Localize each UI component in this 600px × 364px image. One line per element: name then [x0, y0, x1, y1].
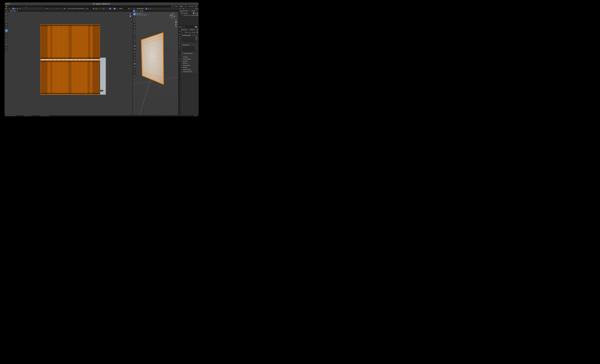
menu-file[interactable]	[8, 6, 9, 7]
viewport-canvas[interactable]: User Perspective (1) Tütchen_rissc_mappe…	[133, 12, 178, 115]
new-image-button[interactable]	[95, 8, 97, 9]
vp-menu-uv[interactable]	[159, 8, 159, 9]
select-mode-vertex[interactable]: ∙	[10, 8, 12, 9]
disable-render-icon[interactable]	[197, 15, 198, 16]
tab-texture-paint[interactable]	[27, 7, 29, 8]
display-channels-dropdown[interactable]: ▩⌄	[128, 8, 131, 9]
tweak-select-tool[interactable]: ▶	[133, 13, 136, 16]
inset-faces-tool[interactable]: ▣	[133, 44, 136, 47]
pin-icon[interactable]	[103, 8, 104, 9]
extrude-region-tool[interactable]: ⇧	[133, 41, 136, 44]
proportional-editing-toggle[interactable]: ◎	[56, 8, 57, 9]
shear-tool[interactable]: ▱	[133, 71, 136, 74]
falloff-dropdown[interactable]: ∿⌄	[58, 8, 61, 9]
toggle-perspective-icon[interactable]	[175, 26, 177, 27]
zoom-icon[interactable]	[175, 19, 177, 20]
menu-render[interactable]	[11, 6, 13, 7]
panel-remesh[interactable]: ›Remesh::::	[181, 67, 198, 68]
tab-modeling[interactable]	[20, 7, 22, 8]
menu-window[interactable]	[13, 6, 15, 7]
options-dropdown[interactable]: Options⌄	[191, 10, 198, 12]
gizmo-toggle[interactable]: ↗	[109, 8, 111, 9]
fake-user-toggle[interactable]	[93, 8, 94, 9]
new-view-layer-icon[interactable]	[195, 6, 196, 7]
tab-animation[interactable]	[32, 7, 34, 8]
mirror-z-toggle[interactable]: Z	[186, 10, 188, 12]
uv-menu-view[interactable]	[23, 8, 24, 9]
rip-region-tool[interactable]: ◰	[133, 74, 136, 77]
uv-menu-select[interactable]	[24, 8, 26, 9]
tab-uv-editing[interactable]	[25, 7, 27, 8]
uv-menu-image[interactable]	[26, 8, 28, 9]
editor-type-dropdown[interactable]: ⊞⌄	[133, 8, 136, 9]
tab-geometry-nodes[interactable]	[38, 7, 41, 8]
uv-canvas[interactable]: ▶⊕✚↻◹◈✎◫◉∿≬ ✕ +	[5, 12, 132, 115]
loop-cut-tool[interactable]: ◫	[133, 50, 136, 53]
image-browse-dropdown[interactable]: ▩⌄	[64, 8, 66, 9]
rotate-tool[interactable]: ↻	[5, 23, 8, 26]
select-extend-mode[interactable]: ◪	[135, 10, 137, 12]
tab-add-workspace[interactable]	[43, 7, 45, 8]
transform-tool[interactable]: ◈	[5, 29, 8, 32]
vertex-groups-list[interactable]: ▶::::	[182, 36, 195, 43]
blender-logo-icon[interactable]	[6, 6, 7, 7]
overlays-dropdown[interactable]: ⌄	[116, 8, 117, 9]
remove-vertex-group-button[interactable]: −	[196, 38, 197, 40]
panel-geometry-data[interactable]: ›Geometry Data::::	[181, 69, 198, 71]
gizmo-y-axis[interactable]	[170, 15, 171, 16]
drag-mode-dropdown[interactable]: Select Box⌄	[9, 10, 18, 12]
tab-compositing[interactable]	[36, 7, 38, 8]
uv-island-bottom[interactable]	[40, 61, 99, 94]
tab-layout[interactable]	[18, 7, 20, 8]
snap-toggle[interactable]: ∩	[50, 8, 51, 9]
panel-texture-space[interactable]: ›Texture Space::::	[181, 64, 198, 66]
fake-user-toggle[interactable]	[197, 31, 198, 33]
tab-world[interactable]: ●	[178, 42, 180, 44]
uv-island-top[interactable]	[40, 25, 100, 59]
poly-build-tool[interactable]: ⊿	[133, 56, 136, 59]
hide-eye-icon[interactable]	[195, 15, 196, 16]
cursor-tool[interactable]: ⊕	[5, 16, 8, 18]
editor-type-dropdown[interactable]: ▤⌄	[179, 26, 182, 28]
measure-tool[interactable]: ∠	[133, 37, 136, 40]
viewport-scene[interactable]	[133, 12, 178, 115]
vertex-group-specials-menu[interactable]: ⌄	[196, 41, 197, 43]
edge-slide-tool[interactable]: ⇆	[133, 65, 136, 68]
shrink-fatten-tool[interactable]: ↕	[133, 68, 136, 71]
vp-menu-edge[interactable]	[157, 8, 158, 9]
gizmo-dropdown[interactable]: ⌄	[111, 8, 113, 9]
outliner-row-collection[interactable]: ▼ ▦ Collection ✓	[178, 12, 199, 14]
vp-menu-mesh[interactable]	[155, 8, 156, 9]
zoom-icon[interactable]	[130, 13, 131, 14]
gizmo-z-neg[interactable]	[172, 18, 173, 18]
filter-icon[interactable]	[196, 8, 197, 9]
tab-sculpting[interactable]	[23, 7, 25, 8]
select-mode-island[interactable]: ▣	[17, 8, 19, 9]
remove-shape-key-button[interactable]: −	[196, 48, 197, 50]
relax-tool[interactable]: ∿	[5, 46, 8, 49]
rotate-tool[interactable]: ↻	[133, 23, 136, 26]
uv-sync-toggle[interactable]: ⇅	[8, 8, 10, 9]
vertex-mode-button[interactable]: ∙	[146, 8, 147, 9]
navigation-gizmo[interactable]: Z X	[169, 13, 176, 19]
filter-dropdown-icon[interactable]: ⌄	[197, 26, 198, 27]
tweak-select-tool[interactable]: ▶	[5, 13, 8, 16]
pan-hand-icon[interactable]	[130, 16, 131, 17]
editor-type-dropdown[interactable]: ▤⌄	[179, 8, 182, 9]
add-rest-position-checkbox[interactable]	[182, 53, 183, 54]
hide-eye-icon[interactable]	[195, 13, 196, 14]
tab-material[interactable]: ◑	[178, 60, 180, 62]
tab-shading[interactable]	[29, 7, 32, 8]
mesh-browse-dropdown[interactable]: ▽⌄	[181, 31, 184, 33]
vp-menu-face[interactable]	[158, 8, 159, 9]
shape-keys-list[interactable]: ▶::::	[182, 46, 195, 52]
mirror-y-toggle[interactable]: Y	[184, 10, 186, 12]
vp-menu-select[interactable]	[153, 8, 154, 9]
pan-hand-icon[interactable]	[175, 21, 177, 23]
annotate-tool[interactable]: ✎	[5, 34, 8, 36]
tab-scene[interactable]: ◍	[178, 40, 180, 42]
uv-2d-cursor[interactable]: ✕	[69, 59, 70, 60]
mesh-name-field[interactable]: Tütchen_rissc_mappes	[184, 31, 197, 33]
filter-toggle[interactable]	[195, 26, 197, 27]
select-mode-face[interactable]: ◧	[14, 8, 17, 9]
